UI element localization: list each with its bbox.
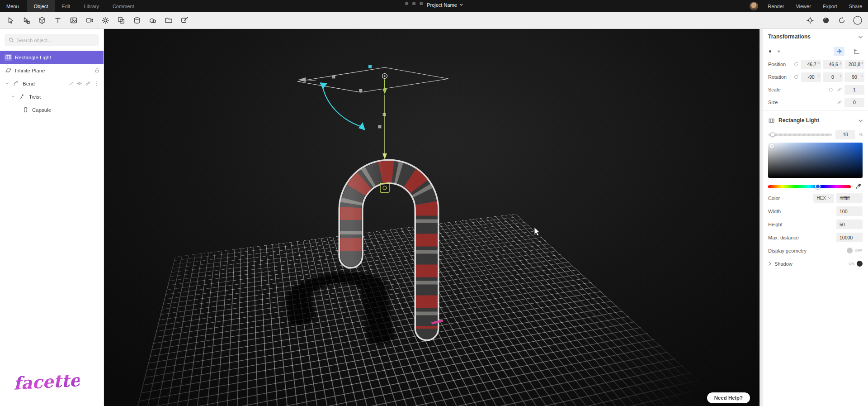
draw-tool-button[interactable]	[178, 14, 191, 27]
axes-mode-button[interactable]	[834, 47, 844, 56]
eye-icon[interactable]	[76, 81, 82, 86]
tab-object[interactable]: Object	[27, 0, 55, 12]
history-button[interactable]	[835, 14, 849, 27]
rotation-x-input[interactable]: -90x	[801, 72, 821, 82]
viewer-button[interactable]: Viewer	[790, 4, 816, 9]
layer-label: Twist	[29, 94, 100, 100]
gizmo-handle[interactable]	[359, 89, 362, 92]
text-tool-button[interactable]	[51, 14, 65, 27]
position-z-input[interactable]: 283,8z	[844, 60, 864, 69]
position-y-input[interactable]: -46,6y	[823, 60, 843, 69]
slider-handle[interactable]	[770, 132, 775, 137]
reset-rotation-icon[interactable]	[793, 74, 799, 81]
gizmo-handle[interactable]	[378, 125, 381, 128]
gizmo-handle[interactable]	[383, 113, 386, 116]
layer-bend[interactable]: Bend ⋮	[0, 77, 104, 90]
hue-handle[interactable]	[815, 184, 821, 189]
rotation-y-input[interactable]: 0y	[823, 72, 843, 82]
share-button[interactable]: Share	[843, 4, 868, 9]
layer-label: Infinite Plane	[15, 68, 91, 73]
height-input[interactable]: 50	[836, 220, 863, 229]
link-icon[interactable]	[85, 81, 91, 86]
cyan-handle-cube[interactable]	[368, 65, 372, 68]
tab-comment[interactable]: Comment	[106, 0, 141, 12]
expand-chevron-icon[interactable]	[5, 81, 9, 86]
transformations-header[interactable]: Transformations	[763, 29, 868, 44]
color-picker-handle[interactable]	[769, 144, 774, 148]
viewport-scrollbar[interactable]	[760, 29, 763, 406]
layer-twist[interactable]: Twist	[0, 90, 104, 103]
size-input[interactable]: 0	[844, 98, 864, 107]
tab-library[interactable]: Library	[77, 0, 106, 12]
intensity-slider[interactable]	[768, 134, 832, 136]
link-size-icon[interactable]	[836, 99, 843, 106]
export-button[interactable]: Export	[817, 4, 843, 9]
pivot-mode-button[interactable]	[851, 47, 862, 56]
hex-value-input[interactable]: #ffffff	[836, 193, 863, 203]
render-button[interactable]: Render	[762, 4, 790, 9]
more-options-icon[interactable]: ⋮	[94, 81, 100, 86]
chevron-down-icon[interactable]	[859, 118, 863, 123]
scene-3d[interactable]	[104, 29, 763, 406]
position-x-input[interactable]: -46,7x	[801, 60, 821, 69]
check-icon[interactable]	[68, 81, 74, 86]
tab-edit[interactable]: Edit	[55, 0, 77, 12]
node-tool-button[interactable]	[19, 14, 33, 27]
pivot-dot-button[interactable]	[769, 50, 771, 53]
scale-input[interactable]: 1	[844, 85, 864, 95]
camera-tool-button[interactable]	[83, 14, 96, 27]
chevron-down-icon	[828, 197, 831, 199]
user-avatar[interactable]	[750, 2, 758, 10]
intensity-input[interactable]: 10	[835, 130, 855, 139]
reset-scale-icon[interactable]	[827, 86, 834, 93]
color-saturation-area[interactable]	[768, 143, 863, 178]
hue-slider[interactable]	[768, 185, 851, 188]
circle-icon	[853, 15, 863, 25]
object-list-sidebar: Rectangle Light Infinite Plane Bend ⋮	[0, 29, 104, 406]
render-preview-button[interactable]	[851, 14, 864, 27]
width-input[interactable]: 100	[836, 206, 863, 216]
blob-tool-button[interactable]	[146, 14, 160, 27]
focus-view-button[interactable]	[803, 14, 817, 27]
max-distance-input[interactable]: 10000	[836, 233, 863, 242]
gizmo-handle[interactable]	[332, 76, 335, 78]
folder-tool-button[interactable]	[162, 14, 175, 27]
search-input[interactable]	[17, 38, 95, 43]
scale-row: Scale 1	[763, 83, 868, 96]
eyedropper-icon[interactable]	[854, 182, 863, 191]
layer-infinite-plane[interactable]: Infinite Plane	[0, 64, 104, 77]
reset-position-icon[interactable]	[793, 61, 799, 68]
transform-mode-row	[763, 44, 868, 58]
viewport-3d[interactable]: Need Help?	[104, 29, 763, 406]
color-row: Color HEX #ffffff	[763, 191, 868, 205]
cropped-toolbar-icon	[420, 2, 423, 5]
display-geometry-toggle[interactable]	[847, 248, 853, 253]
light-tool-button[interactable]	[99, 14, 112, 27]
rotation-z-input[interactable]: 90z	[844, 72, 864, 82]
pivot-dot-button-2[interactable]	[778, 50, 780, 53]
layer-rectangle-light[interactable]: Rectangle Light	[0, 51, 104, 64]
expand-chevron-icon[interactable]	[11, 94, 15, 100]
rectangle-light-section-header[interactable]: Rectangle Light	[763, 113, 868, 128]
select-tool-button[interactable]	[4, 14, 17, 27]
display-geometry-label: Display geometry	[768, 248, 807, 253]
primitive-tool-button[interactable]	[35, 14, 49, 27]
help-button[interactable]: Need Help?	[707, 392, 750, 403]
chevron-down-icon	[459, 4, 463, 6]
image-tool-button[interactable]	[67, 14, 80, 27]
cylinder-tool-button[interactable]	[130, 14, 144, 27]
project-name-menu[interactable]: Project Name	[427, 2, 463, 8]
properties-panel: Transformations Position -46,7x -46,6y 2…	[763, 29, 868, 406]
light-section-title: Rectangle Light	[778, 117, 855, 124]
chevron-down-icon[interactable]	[859, 34, 863, 39]
menu-button[interactable]: Menu	[0, 4, 27, 9]
layer-capsule[interactable]: Capsule	[0, 103, 104, 116]
lock-icon[interactable]	[94, 67, 100, 73]
light-target-handle[interactable]	[380, 183, 389, 192]
shadow-toggle[interactable]	[857, 261, 863, 267]
boolean-tool-button[interactable]	[114, 14, 128, 27]
color-mode-select[interactable]: HEX	[813, 194, 834, 203]
link-scale-icon[interactable]	[836, 86, 843, 93]
material-preview-button[interactable]	[819, 14, 833, 27]
chevron-right-icon[interactable]	[768, 262, 772, 266]
